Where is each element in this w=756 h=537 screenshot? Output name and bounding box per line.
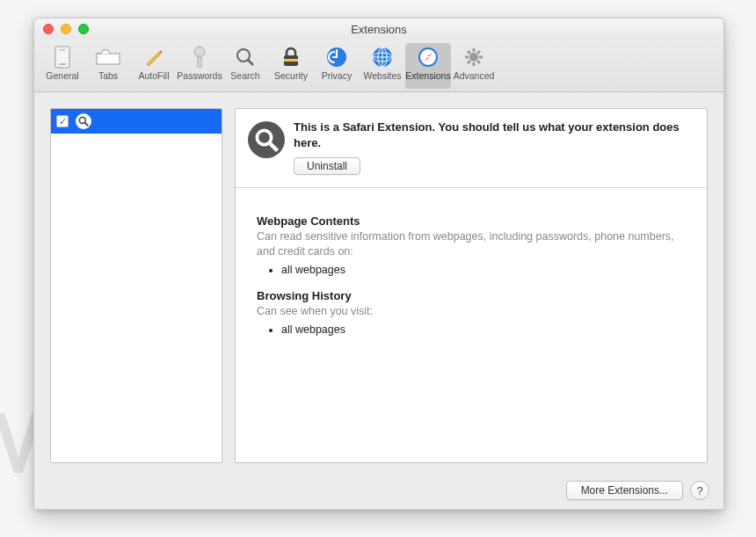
- tab-passwords[interactable]: Passwords: [177, 43, 222, 89]
- advanced-icon: [462, 45, 486, 69]
- tab-privacy[interactable]: Privacy: [314, 43, 360, 89]
- tab-label: AutoFill: [138, 70, 169, 81]
- permission-list-item: all webpages: [281, 263, 689, 277]
- svg-line-25: [468, 51, 470, 54]
- svg-line-30: [84, 122, 88, 126]
- svg-line-27: [468, 61, 470, 63]
- uninstall-button[interactable]: Uninstall: [294, 157, 360, 175]
- tabs-icon: [96, 45, 120, 69]
- tab-websites[interactable]: Websites: [360, 43, 405, 89]
- svg-rect-10: [284, 59, 298, 62]
- search-icon: [233, 45, 258, 69]
- svg-point-18: [420, 49, 436, 65]
- footer: More Extensions... ?: [34, 472, 723, 509]
- permission-list: all webpages: [257, 263, 689, 277]
- more-extensions-button[interactable]: More Extensions...: [566, 481, 683, 500]
- permission-title: Webpage Contents: [257, 214, 689, 228]
- svg-point-20: [469, 53, 478, 62]
- tab-label: Security: [274, 70, 308, 81]
- svg-point-31: [257, 130, 271, 144]
- general-icon: [50, 45, 75, 69]
- tab-security[interactable]: Security: [268, 43, 314, 89]
- extension-detail-panel: This is a Safari Extension. You should t…: [235, 108, 708, 463]
- passwords-icon: [187, 45, 212, 69]
- content-area: ✓ This is a Safari Extension. You should…: [34, 92, 723, 472]
- privacy-icon: [324, 45, 349, 69]
- autofill-icon: [142, 45, 166, 69]
- svg-line-26: [477, 61, 480, 63]
- close-window-button[interactable]: [43, 24, 54, 34]
- extensions-sidebar: ✓: [50, 108, 222, 463]
- svg-line-8: [248, 60, 253, 65]
- window-title: Extensions: [34, 23, 723, 36]
- tab-general[interactable]: General: [40, 43, 85, 89]
- traffic-lights: [34, 24, 89, 34]
- tab-label: Tabs: [98, 70, 118, 81]
- svg-rect-2: [59, 63, 66, 65]
- extension-list-item[interactable]: ✓: [51, 109, 222, 134]
- security-icon: [279, 45, 303, 69]
- tab-search[interactable]: Search: [222, 43, 268, 89]
- tab-tabs[interactable]: Tabs: [85, 43, 131, 89]
- minimize-window-button[interactable]: [61, 24, 71, 34]
- extension-enable-checkbox[interactable]: ✓: [56, 115, 69, 127]
- svg-rect-3: [97, 54, 120, 64]
- svg-point-7: [237, 49, 250, 62]
- preferences-window: Extensions General Tabs AutoFill Passw: [33, 18, 724, 510]
- permissions-section: Webpage Contents Can read sensitive info…: [236, 188, 707, 462]
- svg-point-4: [194, 47, 205, 57]
- svg-rect-6: [200, 62, 203, 63]
- tab-label: Advanced: [454, 70, 495, 81]
- permission-description: Can read sensitive information from webp…: [257, 229, 689, 259]
- permission-description: Can see when you visit:: [257, 304, 689, 319]
- permission-list-item: all webpages: [281, 323, 689, 337]
- extension-item-icon: [76, 113, 91, 129]
- extension-description: This is a Safari Extension. You should t…: [294, 120, 694, 150]
- websites-icon: [370, 45, 395, 69]
- permission-list: all webpages: [257, 323, 689, 337]
- zoom-window-button[interactable]: [78, 24, 89, 34]
- tab-label: Privacy: [322, 70, 352, 81]
- svg-line-28: [477, 51, 480, 54]
- tab-label: Passwords: [177, 70, 222, 81]
- titlebar: Extensions: [34, 18, 723, 40]
- permission-title: Browsing History: [257, 289, 689, 302]
- preferences-toolbar: General Tabs AutoFill Passwords Search: [34, 40, 723, 92]
- detail-header: This is a Safari Extension. You should t…: [236, 109, 707, 188]
- svg-rect-1: [60, 49, 65, 51]
- help-button[interactable]: ?: [690, 481, 709, 500]
- tab-label: Extensions: [405, 70, 450, 81]
- tab-extensions[interactable]: Extensions: [405, 43, 451, 89]
- tab-autofill[interactable]: AutoFill: [131, 43, 177, 89]
- svg-line-32: [270, 143, 278, 151]
- tab-label: Search: [230, 70, 259, 81]
- tab-advanced[interactable]: Advanced: [451, 43, 497, 89]
- extension-large-icon: [248, 121, 285, 158]
- tab-label: Websites: [364, 70, 402, 81]
- extensions-icon: [416, 45, 440, 69]
- tab-label: General: [46, 70, 78, 81]
